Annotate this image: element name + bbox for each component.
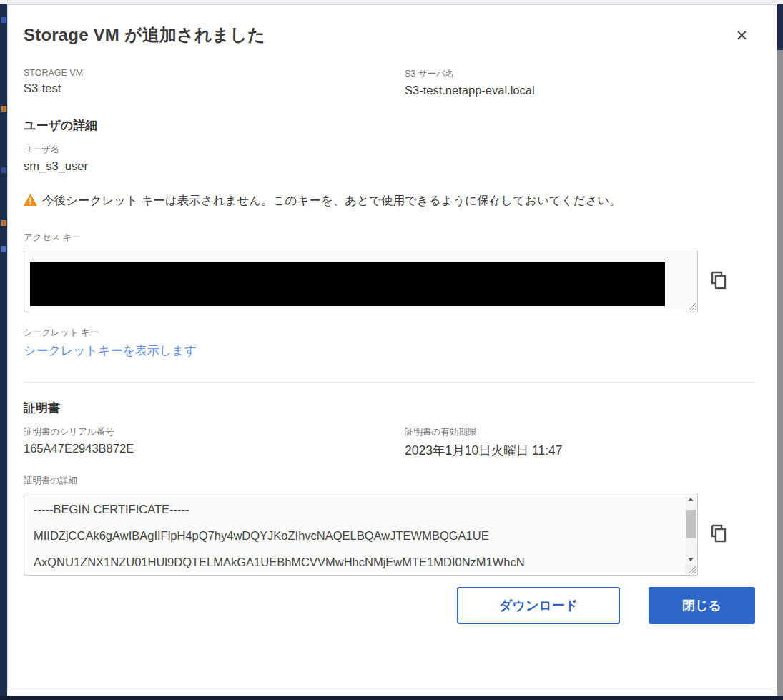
sidebar-icon-fragment	[1, 167, 6, 173]
sidebar-icon-fragment	[1, 220, 6, 226]
copy-icon	[710, 271, 728, 291]
scroll-up-icon[interactable]	[685, 494, 696, 505]
access-key-label: アクセス キー	[24, 232, 755, 244]
copy-icon	[710, 524, 728, 544]
background-header-fragment	[777, 4, 783, 50]
certificate-serial-value: 165A47E2943B872E	[24, 442, 405, 455]
warning-text: 今後シークレット キーは表示されません。このキーを、あとで使用できるように保存し…	[42, 194, 621, 207]
sidebar-icon-fragment	[1, 17, 6, 23]
certificate-expiry-field: 証明書の有効期限 2023年1月10日火曜日 11:47	[405, 426, 755, 459]
storage-vm-label: STORAGE VM	[24, 68, 405, 78]
certificate-details-textarea[interactable]: -----BEGIN CERTIFICATE----- MIIDZjCCAk6g…	[24, 493, 698, 576]
redacted-access-key	[30, 262, 665, 306]
download-button[interactable]: ダウンロード	[457, 587, 620, 624]
certificate-details-text: -----BEGIN CERTIFICATE----- MIIDZjCCAk6g…	[34, 496, 683, 575]
certificate-serial-field: 証明書のシリアル番号 165A47E2943B872E	[24, 426, 405, 459]
certificate-expiry-label: 証明書の有効期限	[405, 426, 755, 438]
s3-server-value: S3-test.netapp-eval.local	[405, 84, 755, 97]
copy-certificate-button[interactable]	[710, 524, 728, 544]
user-details-heading: ユーザの詳細	[24, 117, 755, 134]
certificate-serial-label: 証明書のシリアル番号	[24, 426, 405, 438]
close-button[interactable]: 閉じる	[649, 587, 755, 624]
secret-key-warning: 今後シークレット キーは表示されません。このキーを、あとで使用できるように保存し…	[24, 187, 746, 215]
background-sidebar-strip	[0, 4, 7, 696]
certificate-scrollbar[interactable]	[685, 494, 696, 565]
background-bottom-strip	[0, 696, 783, 700]
sidebar-icon-fragment	[1, 246, 6, 252]
storage-vm-value: S3-test	[24, 82, 405, 95]
certificate-details-label: 証明書の詳細	[24, 475, 755, 487]
dialog-title: Storage VM が追加されました	[24, 24, 265, 46]
certificate-expiry-value: 2023年1月10日火曜日 11:47	[405, 442, 755, 459]
section-divider	[24, 382, 755, 383]
resize-handle[interactable]	[688, 302, 696, 310]
certificate-heading: 証明書	[24, 400, 755, 416]
secret-key-label: シークレット キー	[24, 327, 755, 339]
user-name-value: sm_s3_user	[24, 159, 755, 173]
warning-triangle-icon	[24, 189, 37, 215]
copy-access-key-button[interactable]	[710, 271, 728, 291]
close-icon[interactable]: ✕	[731, 25, 752, 46]
storage-vm-added-dialog: Storage VM が追加されました ✕ STORAGE VM S3-test…	[7, 4, 777, 691]
show-secret-key-link[interactable]: シークレットキーを表示します	[24, 342, 197, 359]
background-scrollbar-strip[interactable]	[777, 4, 783, 696]
scrollbar-thumb[interactable]	[686, 510, 696, 538]
storage-vm-field: STORAGE VM S3-test	[24, 68, 405, 97]
access-key-textarea[interactable]	[24, 250, 698, 312]
s3-server-label: S3 サーバ名	[405, 68, 755, 80]
user-name-field: ユーザ名 sm_s3_user	[24, 144, 755, 173]
scroll-down-icon[interactable]	[685, 554, 696, 565]
user-name-label: ユーザ名	[24, 144, 755, 156]
sidebar-icon-fragment	[1, 106, 6, 112]
s3-server-field: S3 サーバ名 S3-test.netapp-eval.local	[405, 68, 755, 97]
